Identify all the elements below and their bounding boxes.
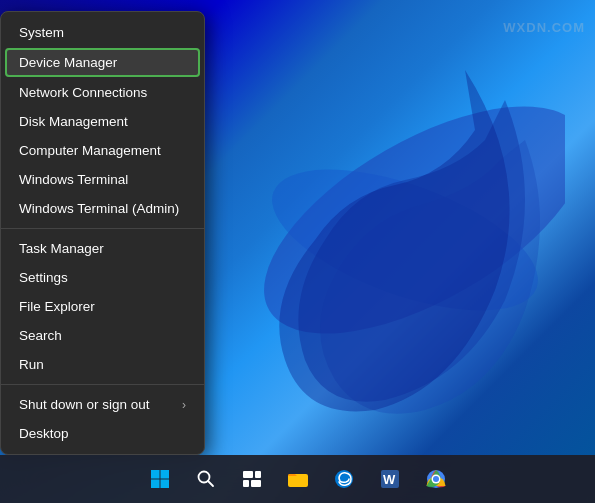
svg-point-20: [433, 476, 439, 482]
menu-item-shut-down[interactable]: Shut down or sign out›: [1, 390, 204, 419]
menu-item-label: Windows Terminal: [19, 172, 128, 187]
svg-rect-4: [151, 480, 160, 489]
taskbar: W: [0, 455, 595, 503]
svg-point-0: [229, 61, 565, 380]
menu-item-windows-terminal-admin[interactable]: Windows Terminal (Admin): [1, 194, 204, 223]
menu-item-label: Settings: [19, 270, 68, 285]
menu-item-label: Disk Management: [19, 114, 128, 129]
svg-rect-10: [243, 480, 249, 487]
svg-rect-11: [251, 480, 261, 487]
menu-item-label: Windows Terminal (Admin): [19, 201, 179, 216]
menu-item-label: Run: [19, 357, 44, 372]
svg-rect-2: [151, 470, 160, 479]
svg-line-7: [208, 481, 213, 486]
menu-item-settings[interactable]: Settings: [1, 263, 204, 292]
desktop: WXDN.COM SystemDevice ManagerNetwork Con…: [0, 0, 595, 503]
watermark: WXDN.COM: [503, 20, 585, 35]
menu-item-disk-management[interactable]: Disk Management: [1, 107, 204, 136]
menu-item-label: Search: [19, 328, 62, 343]
taskbar-icon-search[interactable]: [184, 457, 228, 501]
svg-rect-3: [160, 470, 169, 479]
menu-item-label: Computer Management: [19, 143, 161, 158]
menu-item-label: System: [19, 25, 64, 40]
taskbar-icons: W: [138, 457, 458, 501]
menu-item-search[interactable]: Search: [1, 321, 204, 350]
taskbar-icon-word[interactable]: W: [368, 457, 412, 501]
svg-rect-8: [243, 471, 253, 478]
taskbar-icon-start[interactable]: [138, 457, 182, 501]
svg-point-1: [255, 140, 556, 339]
svg-text:W: W: [383, 472, 396, 487]
menu-item-desktop[interactable]: Desktop: [1, 419, 204, 448]
taskbar-icon-file-explorer[interactable]: [276, 457, 320, 501]
swirl-decoration: [225, 20, 565, 460]
menu-item-device-manager[interactable]: Device Manager: [5, 48, 200, 77]
menu-divider: [1, 228, 204, 229]
menu-item-system[interactable]: System: [1, 18, 204, 47]
context-menu: SystemDevice ManagerNetwork ConnectionsD…: [0, 11, 205, 455]
taskbar-icon-chrome[interactable]: [414, 457, 458, 501]
menu-item-label: Network Connections: [19, 85, 147, 100]
taskbar-icon-task-view[interactable]: [230, 457, 274, 501]
menu-item-label: Shut down or sign out: [19, 397, 150, 412]
menu-item-file-explorer[interactable]: File Explorer: [1, 292, 204, 321]
menu-item-label: File Explorer: [19, 299, 95, 314]
submenu-arrow-icon: ›: [182, 398, 186, 412]
menu-item-run[interactable]: Run: [1, 350, 204, 379]
menu-item-network-connections[interactable]: Network Connections: [1, 78, 204, 107]
svg-rect-9: [255, 471, 261, 478]
menu-item-label: Desktop: [19, 426, 69, 441]
menu-item-computer-management[interactable]: Computer Management: [1, 136, 204, 165]
svg-rect-5: [160, 480, 169, 489]
menu-item-label: Task Manager: [19, 241, 104, 256]
menu-item-windows-terminal[interactable]: Windows Terminal: [1, 165, 204, 194]
menu-item-task-manager[interactable]: Task Manager: [1, 234, 204, 263]
taskbar-icon-edge[interactable]: [322, 457, 366, 501]
menu-divider: [1, 384, 204, 385]
menu-item-label: Device Manager: [19, 55, 117, 70]
